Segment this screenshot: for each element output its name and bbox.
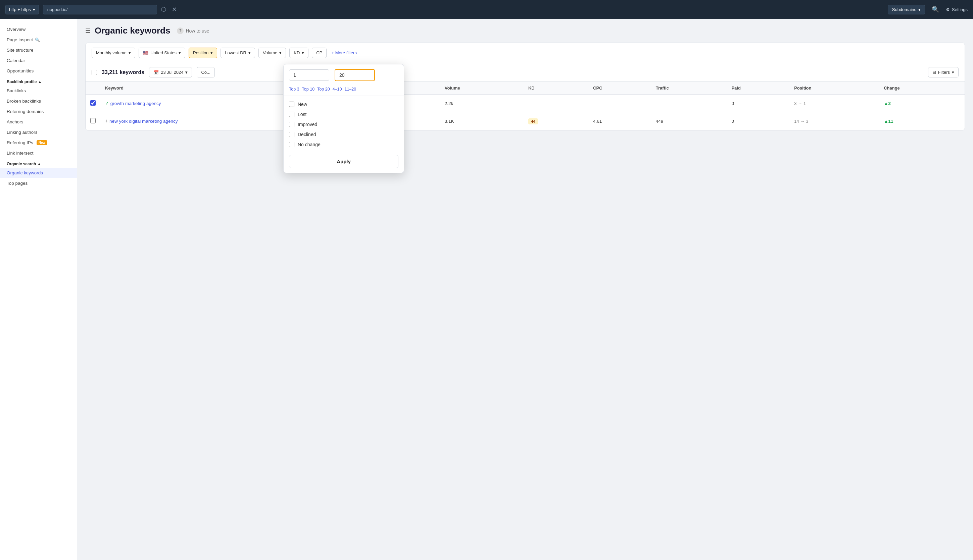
hamburger-icon[interactable]: ☰ [85,27,90,35]
chevron-down-icon: ▾ [248,50,251,55]
checkbox-no-change-label: No change [298,142,321,147]
sidebar-item-link-intersect[interactable]: Link intersect [0,148,77,158]
volume-filter[interactable]: Volume ▾ [258,48,286,58]
checkbox-declined-input[interactable] [289,132,294,137]
checkbox-new[interactable]: New [289,99,398,109]
row-checkbox-cell[interactable] [85,95,100,112]
topbar: http + https ▾ ⬡ ✕ Subdomains ▾ 🔍 ⚙ Sett… [0,0,973,19]
plus-icon[interactable]: + [105,118,108,124]
checkbox-lost-input[interactable] [289,112,294,117]
row-checkbox[interactable] [90,118,96,123]
country-filter[interactable]: 🇺🇸 United States ▾ [139,48,185,58]
filter-bar: Monthly volume ▾ 🇺🇸 United States ▾ Posi… [85,43,965,63]
apply-button[interactable]: Apply [289,155,398,168]
select-all-checkbox[interactable] [92,70,97,75]
col-cpc[interactable]: CPC [588,82,651,95]
checkbox-improved-input[interactable] [289,122,294,127]
row-checkbox-cell[interactable] [85,112,100,130]
paid-cell: 0 [727,95,789,112]
position-filter[interactable]: Position ▾ [189,48,217,58]
kd-filter[interactable]: KD ▾ [289,48,308,58]
table: Keyword SF Volume KD CPC Traffic Paid Po… [85,82,965,130]
checkbox-improved-label: Improved [298,122,317,127]
close-icon[interactable]: ✕ [171,4,178,14]
change-value: ▲11 [884,119,893,124]
subdomains-selector[interactable]: Subdomains ▾ [888,5,925,14]
change-value: ▲2 [884,101,891,106]
sidebar-item-site-structure[interactable]: Site structure [0,45,77,55]
sidebar-item-label: Backlinks [7,88,26,93]
row-checkbox[interactable] [90,100,96,106]
position-change: 14 → 3 [794,119,808,124]
sidebar-item-label: Referring domains [7,109,43,114]
sidebar-item-anchors[interactable]: Anchors [0,117,77,127]
checkbox-improved[interactable]: Improved [289,119,398,130]
sidebar-item-referring-ips[interactable]: Referring IPs New [0,137,77,148]
sidebar-item-label: Referring IPs [7,140,33,145]
col-volume[interactable]: Volume [440,82,523,95]
lowest-dr-filter[interactable]: Lowest DR ▾ [221,48,255,58]
sidebar-item-opportunities[interactable]: Opportunities [0,66,77,76]
compare-label: Co... [201,70,210,75]
sidebar-item-backlinks[interactable]: Backlinks [0,85,77,96]
filters-button[interactable]: ⊟ Filters ▾ [928,67,959,77]
quick-range-4-10[interactable]: 4–10 [333,86,342,92]
compare-button[interactable]: Co... [197,67,214,77]
protocol-selector[interactable]: http + https ▾ [5,5,39,14]
quick-range-11-20[interactable]: 11–20 [344,86,356,92]
checkbox-new-input[interactable] [289,102,294,107]
quick-range-top3[interactable]: Top 3 [289,86,299,92]
sidebar-item-overview[interactable]: Overview [0,24,77,35]
checkbox-no-change-input[interactable] [289,142,294,147]
subdomains-label: Subdomains [892,7,916,12]
position-label: Position [193,50,209,55]
col-position[interactable]: Position [789,82,879,95]
cp-filter[interactable]: CP [312,48,326,58]
checkbox-declined[interactable]: Declined [289,130,398,140]
sidebar-item-broken-backlinks[interactable]: Broken backlinks [0,96,77,106]
url-group: ⬡ ✕ [43,4,884,14]
date-selector[interactable]: 📅 23 Jul 2024 ▾ [149,67,192,77]
how-to-use-button[interactable]: ? How to use [177,27,209,34]
table-row: + new york digital marketing agency 2 3.… [85,112,965,130]
settings-button[interactable]: ⚙ Settings [946,7,968,12]
search-icon[interactable]: 🔍 [930,4,940,14]
section-organic-search: Organic search ▲ [0,158,77,168]
gear-icon: ⚙ [946,7,950,12]
paid-cell: 0 [727,112,789,130]
sidebar-item-referring-domains[interactable]: Referring domains [0,106,77,117]
position-range-row [284,64,404,84]
quick-range-top10[interactable]: Top 10 [302,86,315,92]
quick-range-top20[interactable]: Top 20 [317,86,330,92]
col-kd[interactable]: KD [523,82,588,95]
col-change[interactable]: Change [879,82,965,95]
col-traffic[interactable]: Traffic [651,82,727,95]
sidebar-item-page-inspect[interactable]: Page inspect 🔍 [0,35,77,45]
sidebar-item-organic-keywords[interactable]: Organic keywords [0,168,77,178]
sidebar-item-top-pages[interactable]: Top pages [0,178,77,188]
keyword-link[interactable]: growth marketing agency [110,101,161,106]
more-filters-button[interactable]: + More filters [331,50,357,55]
monthly-volume-filter[interactable]: Monthly volume ▾ [92,48,135,58]
sidebar-item-linking-authors[interactable]: Linking authors [0,127,77,137]
external-link-icon[interactable]: ⬡ [160,4,168,14]
results-bar: 33,211 keywords 📅 23 Jul 2024 ▾ Co... ⊟ … [85,63,965,82]
sidebar-item-label: Broken backlinks [7,98,41,103]
url-input[interactable] [43,5,157,14]
chevron-down-icon: ▾ [185,70,187,75]
sidebar-item-label: Page inspect [7,37,33,42]
keyword-link[interactable]: new york digital marketing agency [109,119,177,124]
apply-label: Apply [337,158,351,164]
col-paid[interactable]: Paid [727,82,789,95]
position-min-input[interactable] [289,69,329,81]
topbar-actions: Subdomains ▾ 🔍 ⚙ Settings [888,4,968,14]
checkbox-lost[interactable]: Lost [289,109,398,119]
chevron-down-icon: ▾ [211,50,213,55]
sidebar-item-calendar[interactable]: Calendar [0,55,77,66]
checkbox-no-change[interactable]: No change [289,140,398,150]
chevron-down-icon: ▾ [279,50,282,55]
sidebar-item-label: Organic keywords [7,170,43,175]
kd-label: KD [294,50,300,55]
position-max-input[interactable] [334,69,375,81]
position-change: 3 → 1 [794,101,806,106]
